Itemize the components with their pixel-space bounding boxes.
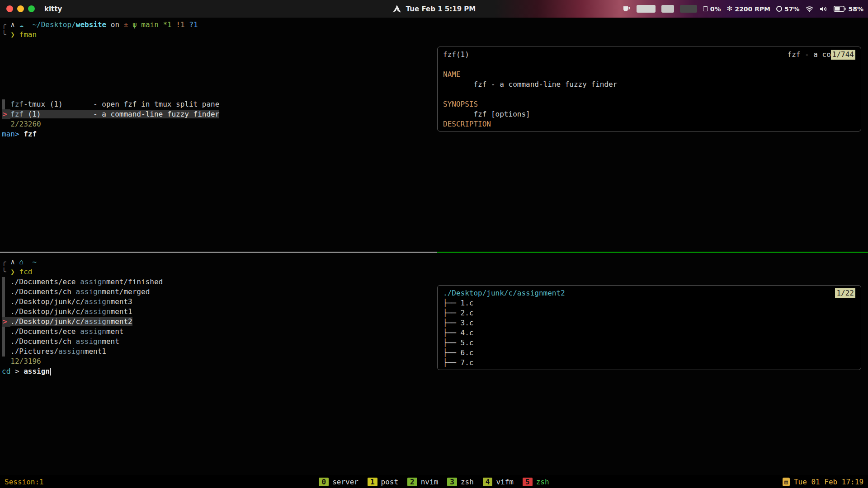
fan-speed-value: 2200 RPM	[735, 5, 770, 13]
preview-header-right-text: fzf - a co	[788, 50, 831, 60]
tmux-status-bar: Session:1 0server 1post 2nvim 3zsh 4vifm…	[0, 475, 868, 488]
tree-line: ├── 6.c	[443, 348, 855, 358]
text-cursor	[50, 368, 51, 375]
tmux-window-0[interactable]: 0server	[319, 478, 358, 486]
arch-logo-icon	[392, 5, 401, 13]
preview-position-badge: 1/22	[835, 288, 855, 298]
fzf-gutter	[2, 307, 5, 317]
tree-line: ├── 1.c	[443, 298, 855, 308]
fzf-gutter	[2, 347, 5, 357]
status-clock-area: ▤ Tue 01 Feb 17:19	[549, 478, 868, 486]
disk-usage-value: 0%	[710, 5, 721, 13]
tree-line: ├── 7.c	[443, 358, 855, 368]
disk-usage-stat[interactable]: 0%	[703, 5, 721, 13]
tmux-window-1[interactable]: 1post	[368, 478, 398, 486]
battery-icon	[834, 6, 846, 12]
window-controls: kitty	[0, 5, 62, 13]
menubar-center-widget: Tue Feb 1 5:19 PM	[392, 5, 476, 13]
shell-prompt-line: ╭ ∧ ⌂ ~	[2, 257, 868, 267]
menu-bar: kitty Tue Feb 1 5:19 PM 0% ✻ 2200 RPM	[0, 0, 868, 18]
fzf-pointer-icon: >	[2, 317, 10, 327]
minimize-button[interactable]	[17, 5, 24, 12]
fzf-gutter	[2, 337, 5, 347]
fzf-preview-window: fzf(1) fzf - a co1/744 NAME fzf - a comm…	[437, 47, 861, 131]
menubar-status-icons: 0% ✻ 2200 RPM 57% 58%	[623, 5, 868, 13]
app-title: kitty	[44, 5, 62, 13]
terminal-window: ╭ ∧ ☁ ~/Desktop/website on ± ψ main *1 !…	[0, 18, 868, 488]
color-swatch-dark[interactable]	[680, 5, 697, 13]
manpage-line: fzf [options]	[443, 109, 855, 119]
preview-title: ./Desktop/junk/c/assignment2	[443, 288, 565, 298]
preview-header: fzf(1) fzf - a co1/744	[443, 50, 855, 60]
fzf-gutter	[2, 277, 5, 287]
desktop: kitty Tue Feb 1 5:19 PM 0% ✻ 2200 RPM	[0, 0, 868, 488]
manpage-line: SYNOPSIS	[443, 99, 855, 109]
manpage-line: fzf - a command-line fuzzy finder	[443, 80, 855, 89]
fan-speed-stat[interactable]: ✻ 2200 RPM	[727, 5, 770, 13]
fan-icon: ✻	[727, 5, 733, 12]
tmux-window-4[interactable]: 4vifm	[483, 478, 514, 486]
manpage-line	[443, 89, 855, 99]
tree-line: ├── 4.c	[443, 328, 855, 338]
fzf-pointer-icon: >	[2, 109, 10, 119]
battery-stat[interactable]: 58%	[834, 5, 863, 13]
zoom-button[interactable]	[28, 5, 35, 12]
window-list: 0server 1post 2nvim 3zsh 4vifm 5zsh	[319, 478, 549, 486]
tmux-window-5-active[interactable]: 5zsh	[523, 478, 549, 486]
volume-icon[interactable]	[820, 6, 828, 12]
calendar-icon: ▤	[783, 478, 790, 486]
tmux-window-3[interactable]: 3zsh	[447, 478, 474, 486]
caffeine-icon[interactable]	[623, 5, 631, 12]
menubar-clock[interactable]: Tue Feb 1 5:19 PM	[406, 5, 476, 13]
fzf-gutter	[2, 297, 5, 307]
tmux-pane-bottom[interactable]: ╭ ∧ ⌂ ~ ╰ ❯ fcd ./Documents/ece assignme…	[0, 253, 868, 475]
fzf-gutter	[2, 99, 5, 109]
cpu-usage-value: 57%	[784, 5, 800, 13]
fzf-preview-window: ./Desktop/junk/c/assignment2 1/22 ├── 1.…	[437, 285, 861, 370]
cpu-usage-stat[interactable]: 57%	[776, 5, 800, 13]
tmux-window-2[interactable]: 2nvim	[407, 478, 438, 486]
preview-title: fzf(1)	[443, 50, 469, 60]
session-name: Session:1	[0, 478, 319, 486]
tree-line: ├── 2.c	[443, 308, 855, 318]
status-clock: Tue 01 Feb 17:19	[794, 478, 863, 486]
color-swatch-medium[interactable]	[661, 5, 674, 13]
tree-line: ├── 5.c	[443, 338, 855, 348]
close-button[interactable]	[6, 5, 13, 12]
wifi-icon[interactable]	[805, 6, 814, 12]
color-swatch-light[interactable]	[637, 5, 656, 13]
manpage-line: NAME	[443, 70, 855, 80]
fzf-gutter	[2, 327, 5, 337]
tree-line: ├── 3.c	[443, 318, 855, 328]
cpu-gauge-icon	[776, 6, 782, 12]
battery-value: 58%	[848, 5, 863, 13]
shell-command-line: ╰ ❯ fcd	[2, 267, 868, 277]
manpage-line	[443, 60, 855, 70]
preview-header: ./Desktop/junk/c/assignment2 1/22	[443, 288, 855, 298]
tmux-pane-top[interactable]: ╭ ∧ ☁ ~/Desktop/website on ± ψ main *1 !…	[0, 18, 868, 252]
disk-icon	[703, 6, 708, 11]
shell-command-line: ╰ ❯ fman	[2, 30, 868, 40]
fzf-gutter	[2, 287, 5, 297]
manpage-line: DESCRIPTION	[443, 119, 855, 129]
preview-position-badge: 1/744	[831, 50, 855, 60]
shell-prompt-line: ╭ ∧ ☁ ~/Desktop/website on ± ψ main *1 !…	[2, 20, 868, 30]
